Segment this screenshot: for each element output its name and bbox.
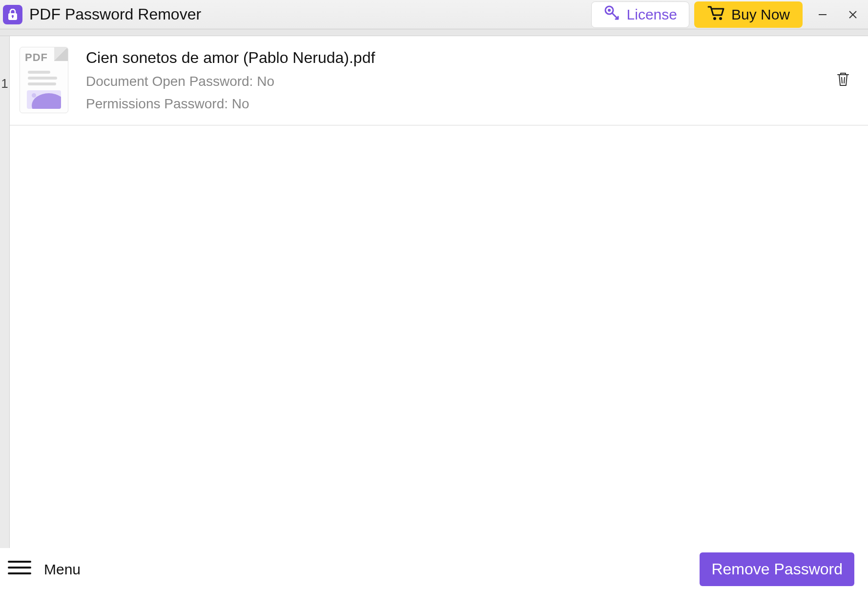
cart-icon [707,4,724,24]
svg-line-10 [842,77,842,83]
row-number-gutter: 1 [0,36,10,548]
file-list: PDF Cien sonetos de amor (Pablo Neruda).… [10,36,868,548]
buy-now-label: Buy Now [731,6,790,23]
license-button[interactable]: License [591,1,689,28]
license-label: License [627,6,677,23]
svg-point-5 [713,17,716,20]
remove-password-label: Remove Password [711,560,843,578]
thumb-pdf-label: PDF [25,51,48,64]
svg-rect-2 [12,16,13,18]
file-row[interactable]: PDF Cien sonetos de amor (Pablo Neruda).… [10,36,868,125]
buy-now-button[interactable]: Buy Now [694,1,803,28]
menu-label: Menu [44,561,81,578]
row-number: 1 [1,76,8,91]
document-open-password-status: Document Open Password: No [86,74,826,89]
file-meta: Cien sonetos de amor (Pablo Neruda).pdf … [86,49,826,112]
trash-icon [836,80,850,88]
pdf-thumbnail-icon: PDF [20,47,68,113]
hamburger-icon [7,558,32,581]
svg-line-11 [844,77,845,83]
app-icon [3,5,22,24]
close-button[interactable] [838,0,868,29]
menu-button[interactable]: Menu [7,558,81,581]
bottom-bar: Menu Remove Password [0,548,868,590]
svg-point-6 [719,17,722,20]
content-area: 1 PDF Cien sonetos de amor (Pablo Neruda… [0,36,868,548]
minimize-button[interactable] [807,0,838,29]
top-divider-strip [0,29,868,36]
app-title: PDF Password Remover [29,5,201,23]
permissions-password-status: Permissions Password: No [86,96,826,112]
svg-point-4 [608,9,611,12]
delete-file-button[interactable] [836,71,850,89]
file-name: Cien sonetos de amor (Pablo Neruda).pdf [86,49,826,67]
key-icon [603,4,620,24]
remove-password-button[interactable]: Remove Password [700,552,854,586]
title-bar: PDF Password Remover License Buy Now [0,0,868,29]
